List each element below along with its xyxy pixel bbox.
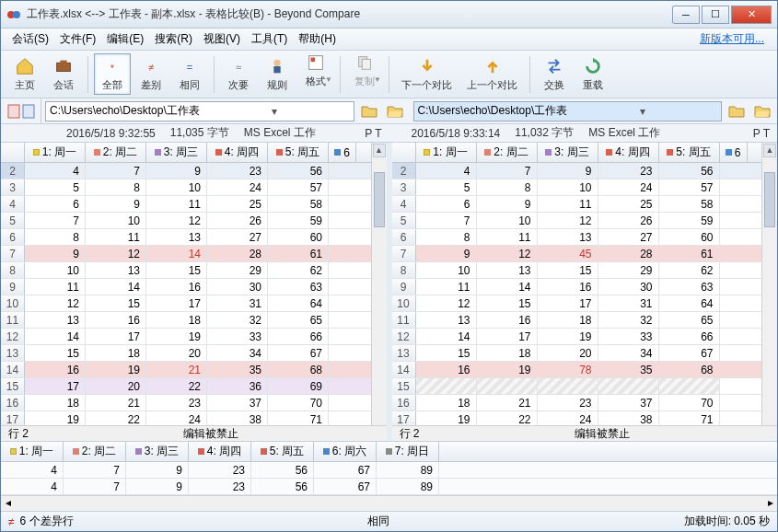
cell[interactable]: 57 [268,179,329,195]
cell[interactable]: 10 [416,262,477,278]
cell[interactable]: 32 [207,312,268,328]
cell[interactable]: 16 [416,362,477,377]
cell[interactable]: 59 [268,213,329,228]
cell[interactable]: 6 [416,196,477,212]
cell[interactable]: 57 [659,179,720,195]
right-path-dropdown[interactable]: ▾ [567,105,717,118]
cell[interactable]: 8 [25,229,86,245]
cell[interactable]: 4 [25,163,86,179]
cell[interactable]: 62 [659,262,720,278]
cell[interactable]: 13 [25,312,86,328]
cell[interactable]: 17 [146,295,207,311]
toolbar-swap-button[interactable]: 交换 [536,53,573,95]
left-vscroll[interactable]: ▲ [371,143,387,425]
cell[interactable]: 14 [146,246,207,261]
detail-col-header[interactable]: 5: 周五 [251,442,314,461]
left-path-input[interactable]: C:\Users\echo\Desktop\工作表.xlsx ▾ [45,101,354,121]
cell[interactable]: 35 [207,362,268,377]
detail-col-header[interactable]: 3: 周三 [126,442,189,461]
cell[interactable]: 18 [416,395,477,411]
table-row[interactable]: 6811132760 [392,229,762,246]
detail-header[interactable]: 1: 周一2: 周二3: 周三4: 周四5: 周五6: 周六7: 周日 [1,442,777,462]
menu-0[interactable]: 会话(S) [6,29,54,49]
cell[interactable]: 26 [207,213,268,228]
cell[interactable]: 19 [416,411,477,425]
cell[interactable]: 13 [416,312,477,328]
cell[interactable]: 11 [146,196,207,212]
cell[interactable]: 33 [207,329,268,344]
cell[interactable]: 11 [416,279,477,295]
toolbar-format-button[interactable]: 格式▼ [297,50,334,99]
col-header[interactable]: 5: 周五 [659,143,720,162]
detail-col-header[interactable]: 1: 周一 [1,442,64,461]
toolbar-session-button[interactable]: 会话 [45,53,82,95]
cell[interactable]: 11 [538,196,598,212]
cell[interactable]: 12 [416,295,477,311]
menu-5[interactable]: 工具(T) [246,29,293,49]
cell[interactable]: 16 [25,362,86,377]
cell[interactable]: 56 [268,163,329,179]
col-header[interactable]: 3: 周三 [146,143,207,162]
cell[interactable]: 68 [268,362,329,377]
new-version-link[interactable]: 新版本可用... [700,31,772,47]
table-row[interactable]: 358102457 [392,179,762,196]
table-row[interactable]: 111316183265 [392,312,762,329]
cell[interactable]: 18 [146,312,207,328]
table-row[interactable]: 151720223669 [1,378,371,395]
right-grid-body[interactable]: 2479235635810245746911255857101226596811… [392,163,762,425]
menu-3[interactable]: 搜索(R) [149,29,198,49]
cell[interactable]: 30 [598,279,659,295]
right-path-input[interactable]: C:\Users\echo\Desktop\工作表 - 副本.xlsx ▾ [413,101,723,121]
cell[interactable]: 15 [538,262,598,278]
cell[interactable]: 19 [86,362,146,377]
cell[interactable]: 13 [538,229,598,245]
detail-row[interactable]: 47923566789 [1,479,777,495]
cell[interactable]: 63 [659,279,720,295]
table-row[interactable]: 171922243871 [392,411,762,425]
toolbar-all-button[interactable]: *全部 [94,53,131,95]
maximize-button[interactable]: ☐ [702,6,729,24]
cell[interactable]: 9 [416,246,477,261]
cell[interactable]: 23 [207,163,268,179]
cell[interactable]: 64 [659,295,720,311]
table-row[interactable]: 91114163063 [1,279,371,295]
cell[interactable]: 28 [207,246,268,261]
cell[interactable] [659,378,720,394]
cell[interactable]: 9 [25,246,86,261]
table-row[interactable]: 469112558 [1,196,371,213]
left-browse-icon[interactable] [361,104,377,119]
table-row[interactable]: 7912142861 [1,246,371,262]
cell[interactable]: 10 [538,179,598,195]
cell[interactable]: 17 [86,329,146,344]
cell[interactable]: 27 [207,229,268,245]
cell[interactable]: 34 [207,345,268,361]
cell[interactable]: 29 [598,262,659,278]
cell[interactable]: 24 [146,411,207,425]
titlebar[interactable]: 工作表.xlsx <--> 工作表 - 副本.xlsx - 表格比较(B) - … [1,1,777,29]
left-path-dropdown[interactable]: ▾ [200,105,350,118]
cell[interactable]: 23 [538,395,598,411]
cell[interactable]: 14 [25,329,86,344]
table-row[interactable]: 161821233770 [392,395,762,411]
toolbar-rules-button[interactable]: 规则 [259,53,296,95]
cell[interactable]: 23 [146,395,207,411]
cell[interactable]: 13 [86,262,146,278]
cell[interactable]: 14 [416,329,477,344]
cell[interactable]: 65 [659,312,720,328]
cell[interactable]: 58 [659,196,720,212]
cell[interactable]: 7 [416,213,477,228]
table-row[interactable]: 141619213568 [1,362,371,378]
cell[interactable]: 27 [598,229,659,245]
cell[interactable]: 19 [25,411,86,425]
detail-row[interactable]: 47923566789 [1,462,777,479]
cell[interactable]: 13 [146,229,207,245]
table-row[interactable]: 15 [392,378,762,395]
left-open-icon[interactable] [387,104,403,119]
cell[interactable]: 63 [268,279,329,295]
cell[interactable]: 21 [146,362,207,377]
cell[interactable]: 45 [538,246,598,261]
cell[interactable]: 13 [477,262,538,278]
cell[interactable]: 17 [538,295,598,311]
cell[interactable]: 28 [598,246,659,261]
cell[interactable]: 12 [146,213,207,228]
